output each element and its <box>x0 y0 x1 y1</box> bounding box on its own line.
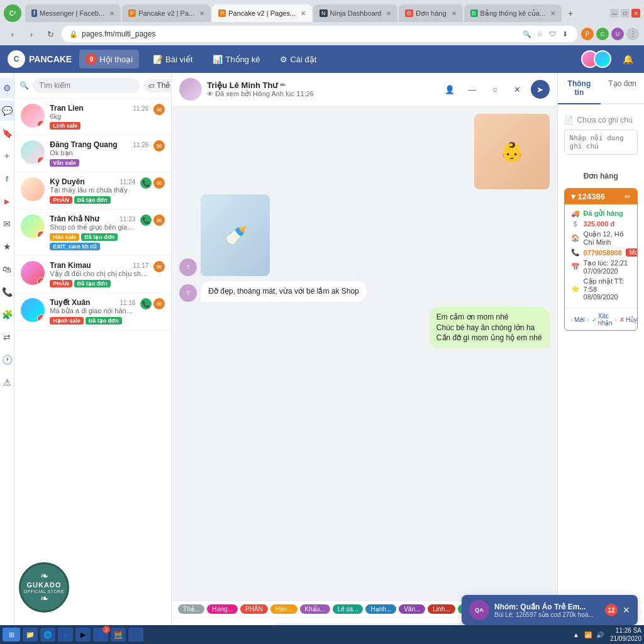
nav-cai-dat[interactable]: ⚙ Cài đặt <box>274 51 323 68</box>
chat-item-dang-trang[interactable]: 1 Đăng Trang Quang 11:26 Ok bạn Vân sale <box>14 135 171 172</box>
phone-action-tran-kha[interactable]: 📞 <box>140 214 152 226</box>
tab-close-messenger[interactable]: ✕ <box>109 10 114 17</box>
user-profile-btn[interactable]: 👤 <box>440 80 459 99</box>
tray-arrow[interactable]: ▲ <box>571 630 581 640</box>
menu-dots[interactable]: ⋮ <box>626 28 639 40</box>
tagpill-van[interactable]: Vân... <box>399 604 425 614</box>
tab-tao-don[interactable]: Tạo đơn <box>601 73 644 103</box>
tagpill-hanh[interactable]: Hạnh... <box>365 604 396 614</box>
profile-icon[interactable]: P <box>581 28 594 40</box>
sidebar-icon-phone[interactable]: 📞 <box>0 282 14 302</box>
mail-action-ky[interactable]: ✉ <box>153 177 165 189</box>
taskbar-excel[interactable]: X <box>128 628 143 641</box>
address-bar[interactable]: 🔒 pages.fm/multi_pages 🔍 ☆ 🛡 ⬇ <box>62 26 577 42</box>
taskbar-ie[interactable]: e <box>58 628 73 641</box>
sidebar-icon-plus[interactable]: ＋ <box>0 146 14 166</box>
refresh-button[interactable]: ↻ <box>43 26 58 42</box>
mail-action-dang-trang[interactable]: ✉ <box>153 140 165 152</box>
search-address-icon[interactable]: 🔍 <box>522 29 532 39</box>
minimize-btn[interactable]: — <box>610 9 619 18</box>
send-blue-btn[interactable]: ➤ <box>531 80 550 99</box>
phone-action-tuyet[interactable]: 📞 <box>140 298 152 309</box>
tagpill-khau[interactable]: Khẩu... <box>300 604 330 614</box>
user-avatar[interactable]: U <box>611 28 624 40</box>
tray-volume[interactable]: 🔊 <box>595 630 605 640</box>
circle-btn[interactable]: ○ <box>486 80 504 99</box>
sidebar-icon-bookmark[interactable]: 🔖 <box>0 123 14 143</box>
taskbar-explorer[interactable]: 📁 <box>23 628 38 641</box>
taskbar-chrome[interactable]: 🌐 <box>40 628 55 641</box>
tab-messenger[interactable]: f Messenger | Faceb... ✕ <box>25 4 121 22</box>
maximize-btn[interactable]: □ <box>621 9 630 18</box>
sidebar-icon-youtube[interactable]: ▶ <box>0 191 14 211</box>
tab-ninja[interactable]: N Ninja Dashboard ✕ <box>313 4 397 22</box>
order-edit-btn[interactable]: ✏ <box>625 192 631 201</box>
mail-action-tuyet[interactable]: ✉ <box>153 298 165 309</box>
sidebar-icon-clock[interactable]: 🕐 <box>0 350 14 370</box>
forward-button[interactable]: › <box>24 26 39 42</box>
search-input[interactable] <box>33 78 140 93</box>
tab-bang-thong-ke[interactable]: B Bảng thống kê của... ✕ <box>464 4 562 22</box>
tagpill-hong[interactable]: Hồng... <box>207 604 238 614</box>
nav-thong-ke[interactable]: 📊 Thống kê <box>206 51 266 68</box>
sidebar-icon-warning[interactable]: ⚠ <box>0 372 14 392</box>
tab-close-pancake2[interactable]: ✕ <box>301 10 306 17</box>
taskbar-calc[interactable]: 🧮 <box>111 628 126 641</box>
minus-btn[interactable]: — <box>463 80 482 99</box>
tray-network[interactable]: 📶 <box>583 630 593 640</box>
edit-name-icon[interactable]: ✏ <box>280 81 286 89</box>
tab-thong-tin[interactable]: Thông tin <box>558 73 601 104</box>
chat-item-tran-lien[interactable]: 1 Tran Lien 11:26 6kg Linh sale <box>14 99 171 135</box>
tagpill-the[interactable]: Thẻ... <box>178 604 204 614</box>
mail-action-tran-kha[interactable]: ✉ <box>153 214 165 226</box>
tab-close-btk[interactable]: ✕ <box>550 10 555 17</box>
mail-action-tran-lien[interactable]: ✉ <box>153 104 165 115</box>
tab-close-pancake1[interactable]: ✕ <box>199 10 204 17</box>
tab-close-ninja[interactable]: ✕ <box>386 10 391 17</box>
taskbar-media[interactable]: ▶ <box>75 628 91 641</box>
tagpill-han[interactable]: Hàn... <box>270 604 297 614</box>
notif-close-btn[interactable]: ✕ <box>623 605 630 615</box>
sidebar-icon-facebook[interactable]: f <box>0 169 14 189</box>
sidebar-icon-swap[interactable]: ⇄ <box>0 327 14 347</box>
sidebar-icon-shop[interactable]: 🛍 <box>0 259 14 279</box>
sidebar-icon-mail[interactable]: ✉ <box>0 214 14 234</box>
bell-button[interactable]: 🔔 <box>619 50 636 68</box>
chat-item-tuyet-xuan[interactable]: 1 Tuyết Xuân 11:16 Mà bữa a đi giao nói … <box>14 293 171 330</box>
tab-pancake2[interactable]: P Pancake v2 | Pages... ✕ <box>212 4 312 22</box>
close-btn[interactable]: ✕ <box>631 9 640 18</box>
taskbar-zalo[interactable]: Z 2 <box>93 628 108 641</box>
tagpill-phan[interactable]: PHÂN <box>240 604 268 614</box>
taskbar-start-btn[interactable]: ⊞ <box>3 628 20 641</box>
msg-bubble-incoming: Đỡ đẹp, thoáng mát, vừa với bé lắm ak Sh… <box>201 281 366 302</box>
nav-hoi-thoai[interactable]: 9 Hội thoại <box>79 50 139 69</box>
chat-item-tran-kimau[interactable]: 3 Tran Kimau 11:17 Vậy đi đối cho chị ch… <box>14 256 171 293</box>
x-btn[interactable]: ✕ <box>508 80 527 99</box>
tagpill-linh[interactable]: Linh... <box>428 604 455 614</box>
nav-avatar-2 <box>594 50 611 68</box>
add-tab-button[interactable]: + <box>563 6 578 21</box>
mail-action-kimau[interactable]: ✉ <box>153 261 165 272</box>
star-icon[interactable]: ☆ <box>535 29 545 39</box>
sidebar-icon-puzzle[interactable]: 🧩 <box>0 304 14 325</box>
tag-da-tao-kimau: Đã tạo đơn <box>74 280 111 287</box>
coccoc-icon[interactable]: C <box>596 28 609 40</box>
tab-close-don-hang[interactable]: ✕ <box>452 10 457 17</box>
download-icon[interactable]: ⬇ <box>560 29 570 39</box>
tab-pancake1[interactable]: P Pancake v2 | Pa... ✕ <box>122 4 211 22</box>
shield-icon[interactable]: 🛡 <box>547 29 557 39</box>
tab-don-hang[interactable]: Đ Đơn hàng ✕ <box>399 4 462 22</box>
sidebar-icon-star[interactable]: ★ <box>0 236 14 257</box>
sidebar-icon-settings[interactable]: ⚙ <box>0 78 14 98</box>
tagpill-le-sa[interactable]: Lê sa... <box>333 604 364 614</box>
back-button[interactable]: ‹ <box>5 26 20 42</box>
nav-bai-viet[interactable]: 📝 Bài viết <box>147 51 199 68</box>
notes-input[interactable] <box>564 130 638 155</box>
chat-item-ky-duyen[interactable]: Ký Duyên 11:24 Tại thấy lâu m chưa thấy … <box>14 172 171 209</box>
wf-xac-nhan-link[interactable]: Xác nhận <box>598 313 613 326</box>
chat-item-tran-kha[interactable]: 2 Trân Khả Như 11:23 Shop có thể giục bê… <box>14 209 171 256</box>
wf-huy-link[interactable]: Hủy <box>626 316 637 323</box>
sidebar-icon-chat[interactable]: 💬 <box>0 101 14 121</box>
wf-moi-link[interactable]: Mới <box>574 316 585 323</box>
phone-action-ky[interactable]: 📞 <box>140 177 152 189</box>
